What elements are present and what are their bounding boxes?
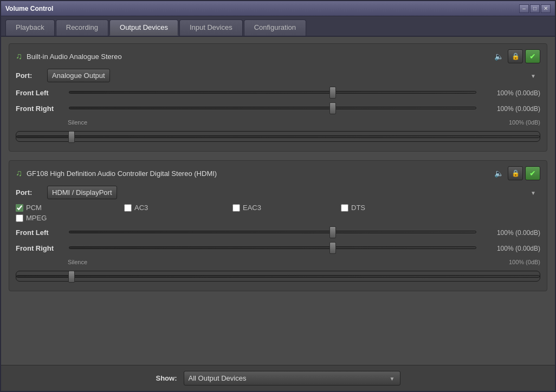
device-card-hdmi: ♫ GF108 High Definition Audio Controller… — [9, 160, 547, 291]
front-left-label-builtin: Front Left — [16, 89, 64, 97]
front-left-value-builtin: 100% (0.00dB) — [481, 89, 540, 97]
front-right-value-hdmi: 100% (0.00dB) — [481, 245, 540, 252]
device-controls-builtin: 🔈 🔒 ✔ — [494, 49, 540, 63]
checkbox-ac3: AC3 — [124, 204, 232, 212]
close-button[interactable]: ✕ — [541, 4, 551, 13]
front-left-slider-hdmi[interactable] — [69, 226, 476, 237]
pcm-checkbox[interactable] — [16, 204, 23, 212]
front-right-value-builtin: 100% (0.00dB) — [481, 105, 540, 113]
device-controls-hdmi: 🔈 🔒 ✔ — [494, 166, 540, 180]
port-select-builtin[interactable]: Analogue Output — [47, 69, 110, 82]
device-card-builtin: ♫ Built-in Audio Analogue Stereo 🔈 🔒 ✔ P… — [9, 43, 547, 152]
device-icon-builtin: ♫ — [16, 51, 22, 61]
front-right-slider-container-builtin — [69, 102, 476, 115]
mpeg-checkbox[interactable] — [16, 214, 23, 222]
checkboxes-row-hdmi: PCM AC3 EAC3 DTS MPEG — [16, 204, 540, 222]
dts-label[interactable]: DTS — [351, 204, 365, 212]
volume-icon-hdmi: 🔈 — [494, 169, 503, 178]
content-area: ♫ Built-in Audio Analogue Stereo 🔈 🔒 ✔ P… — [1, 37, 555, 365]
balance-row-builtin — [16, 131, 540, 143]
checkbox-eac3: EAC3 — [232, 204, 341, 212]
front-right-slider-hdmi[interactable] — [69, 242, 476, 253]
tab-output-devices[interactable]: Output Devices — [109, 19, 178, 36]
port-label-hdmi: Port: — [16, 188, 43, 197]
mpeg-label[interactable]: MPEG — [26, 214, 47, 222]
port-select-hdmi[interactable]: HDMI / DisplayPort — [47, 186, 117, 199]
title-bar: Volume Control – □ ✕ — [1, 1, 555, 16]
device-icon-hdmi: ♫ — [16, 168, 22, 178]
footer: Show: All Output Devices Hardware Output… — [1, 365, 555, 391]
port-row-builtin: Port: Analogue Output — [16, 69, 540, 82]
tab-configuration[interactable]: Configuration — [244, 19, 306, 36]
check-icon-builtin: ✔ — [529, 52, 536, 61]
silence-label-hdmi: Silence — [68, 259, 87, 265]
mute-button-hdmi[interactable]: 🔒 — [508, 166, 523, 180]
active-button-builtin[interactable]: ✔ — [525, 49, 540, 63]
eac3-label[interactable]: EAC3 — [243, 204, 261, 212]
pcm-label[interactable]: PCM — [26, 204, 42, 212]
device-title-row-builtin: ♫ Built-in Audio Analogue Stereo — [16, 51, 122, 61]
maximize-button[interactable]: □ — [530, 4, 540, 13]
front-left-slider-container-builtin — [69, 87, 476, 99]
max-label-hdmi: 100% (0dB) — [509, 259, 540, 265]
mute-button-builtin[interactable]: 🔒 — [508, 49, 523, 63]
balance-slider-builtin[interactable] — [16, 131, 540, 142]
front-right-row-hdmi: Front Right 100% (0.00dB) — [16, 242, 540, 254]
slider-labels-hdmi: Silence 100% (0dB) — [16, 258, 540, 270]
max-label-builtin: 100% (0dB) — [509, 119, 540, 126]
balance-slider-hdmi[interactable] — [16, 271, 540, 282]
checkbox-mpeg: MPEG — [16, 214, 124, 222]
tab-playback[interactable]: Playback — [5, 19, 55, 36]
tab-input-devices[interactable]: Input Devices — [179, 19, 243, 36]
device-header-hdmi: ♫ GF108 High Definition Audio Controller… — [16, 166, 540, 180]
dts-checkbox[interactable] — [341, 204, 348, 212]
tab-recording[interactable]: Recording — [56, 19, 108, 36]
front-right-label-builtin: Front Right — [16, 104, 64, 113]
title-bar-text: Volume Control — [5, 5, 53, 12]
title-bar-controls: – □ ✕ — [519, 4, 551, 13]
port-row-hdmi: Port: HDMI / DisplayPort — [16, 186, 540, 199]
show-select-wrapper: All Output Devices Hardware Output Devic… — [184, 371, 400, 386]
lock-icon-hdmi: 🔒 — [512, 169, 520, 177]
show-select[interactable]: All Output Devices Hardware Output Devic… — [184, 371, 400, 386]
slider-labels-builtin: Silence 100% (0dB) — [16, 118, 540, 130]
front-left-slider-builtin[interactable] — [69, 87, 476, 97]
minimize-button[interactable]: – — [519, 4, 529, 13]
front-left-slider-container-hdmi — [69, 226, 476, 239]
port-select-wrapper-builtin: Analogue Output — [47, 69, 540, 82]
device-name-hdmi: GF108 High Definition Audio Controller D… — [27, 169, 217, 178]
port-select-wrapper-hdmi: HDMI / DisplayPort — [47, 186, 540, 199]
front-right-slider-builtin[interactable] — [69, 102, 476, 113]
balance-row-hdmi — [16, 271, 540, 283]
device-title-row-hdmi: ♫ GF108 High Definition Audio Controller… — [16, 168, 217, 178]
show-label: Show: — [156, 374, 177, 382]
front-left-label-hdmi: Front Left — [16, 228, 64, 237]
front-left-row-hdmi: Front Left 100% (0.00dB) — [16, 226, 540, 239]
front-right-label-hdmi: Front Right — [16, 244, 64, 252]
active-button-hdmi[interactable]: ✔ — [525, 166, 540, 180]
ac3-label[interactable]: AC3 — [134, 204, 148, 212]
device-header-builtin: ♫ Built-in Audio Analogue Stereo 🔈 🔒 ✔ — [16, 49, 540, 63]
port-label-builtin: Port: — [16, 71, 43, 80]
check-icon-hdmi: ✔ — [529, 169, 536, 178]
checkbox-pcm: PCM — [16, 204, 124, 212]
front-right-slider-container-hdmi — [69, 242, 476, 254]
ac3-checkbox[interactable] — [124, 204, 132, 212]
volume-icon-builtin: 🔈 — [494, 52, 503, 61]
checkbox-dts: DTS — [341, 204, 449, 212]
tab-bar: Playback Recording Output Devices Input … — [1, 16, 555, 37]
device-name-builtin: Built-in Audio Analogue Stereo — [27, 53, 122, 61]
silence-label-builtin: Silence — [68, 119, 87, 126]
front-right-row-builtin: Front Right 100% (0.00dB) — [16, 102, 540, 115]
front-left-value-hdmi: 100% (0.00dB) — [481, 229, 540, 237]
lock-icon: 🔒 — [512, 53, 520, 60]
eac3-checkbox[interactable] — [232, 204, 240, 212]
front-left-row-builtin: Front Left 100% (0.00dB) — [16, 87, 540, 99]
